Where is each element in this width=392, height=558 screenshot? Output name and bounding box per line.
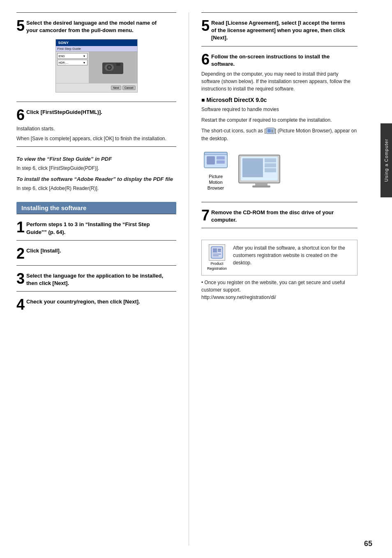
page: Using a Computer 5 Select the desired la… [0, 0, 392, 558]
pmb-inline-icon [266, 127, 275, 135]
screenshot-illustration: SONY First Step Guide ENG▼ HDR-...▼ [55, 39, 138, 93]
camera-icon-svg [101, 59, 124, 76]
left-step3-title: Select the language for the application … [26, 272, 167, 287]
screenshot-inner: ENG▼ HDR-...▼ [56, 52, 137, 83]
right-step7-number: 7 [201, 208, 210, 223]
left-step6-body1: Installation starts. [16, 125, 176, 132]
screenshot-left-panel: ENG▼ HDR-...▼ [56, 52, 89, 83]
product-reg-text: After you install the software, a shortc… [233, 244, 353, 266]
screenshot-dropdown1: ENG▼ [57, 53, 88, 59]
side-tab-label: Using a Computer [384, 139, 389, 182]
directx-body1: Software required to handle movies [201, 106, 357, 113]
svg-rect-8 [271, 131, 273, 132]
left-step5-title: Select the desired language and the mode… [26, 19, 167, 34]
left-step1-title: Perform steps 1 to 3 in “Installing the … [26, 221, 167, 236]
product-reg-section: Product Registration After you install t… [201, 228, 357, 305]
left-sub2-body: In step 6, click [Adobe(R) Reader(R)]. [16, 185, 176, 192]
left-step2-header: 2 Click [Install]. [16, 246, 176, 261]
right-step6-body: Depending on the computer, you may need … [201, 70, 357, 93]
bullet1: • Once you register on the website, you … [201, 279, 357, 294]
install-banner: Installing the software [16, 202, 176, 214]
product-reg-icon-svg [210, 246, 224, 259]
right-step7-title: Remove the CD-ROM from the disc drive of… [211, 209, 348, 224]
left-step6-section: 6 Click [FirstStepGuide(HTML)]. Installa… [16, 102, 176, 146]
svg-rect-6 [267, 129, 271, 132]
left-step1-header: 1 Perform steps 1 to 3 in “Installing th… [16, 220, 176, 236]
pmb-illustration: Picture Motion Browser [201, 149, 357, 191]
svg-rect-17 [252, 185, 270, 188]
left-step3-header: 3 Select the language for the applicatio… [16, 271, 176, 287]
left-column: 5 Select the desired language and the mo… [16, 12, 189, 546]
svg-point-3 [108, 66, 111, 69]
left-step5-number: 5 [16, 19, 25, 33]
side-tab: Using a Computer [380, 123, 392, 197]
svg-rect-20 [265, 163, 276, 167]
screenshot-image-area [89, 52, 137, 83]
screenshot-btn-next: Next [111, 86, 121, 90]
right-step5-number: 5 [201, 19, 210, 33]
pmb-icon-area: Picture Motion Browser [201, 149, 230, 191]
screenshot-title: First Step Guide [56, 46, 137, 52]
right-step7-header: 7 Remove the CD-ROM from the disc drive … [201, 208, 357, 224]
svg-rect-27 [213, 255, 219, 256]
right-step6-header: 6 Follow the on-screen instructions to i… [201, 52, 357, 68]
screenshot-bottom: Next Cancel [56, 83, 137, 92]
svg-rect-12 [217, 156, 225, 160]
svg-rect-26 [213, 254, 221, 255]
left-step5-section: 5 Select the desired language and the mo… [16, 12, 176, 102]
left-sub1-section: To view the “First Step Guide” in PDF In… [16, 146, 176, 196]
left-step1-number: 1 [16, 220, 25, 235]
directx-body3: The short-cut icons, such as [] (Picture… [201, 127, 357, 142]
pmb-row: Picture Motion Browser [201, 149, 286, 191]
right-step5-header: 5 Read [License Agreement], select [I ac… [201, 19, 357, 42]
svg-rect-18 [242, 158, 263, 177]
right-step6-number: 6 [201, 52, 210, 67]
main-content: 5 Select the desired language and the mo… [0, 0, 392, 558]
svg-rect-22 [211, 247, 223, 258]
svg-rect-25 [218, 250, 221, 252]
directx-title: ■ Microsoft DirectX 9.0c [201, 97, 357, 103]
left-step5-header: 5 Select the desired language and the mo… [16, 19, 176, 34]
right-step6-section: 6 Follow the on-screen instructions to i… [201, 46, 357, 202]
left-step4-header: 4 Check your country/region, then click … [16, 297, 176, 312]
right-step5-section: 5 Read [License Agreement], select [I ac… [201, 12, 357, 46]
left-step6-number: 6 [16, 108, 25, 123]
svg-rect-16 [255, 183, 267, 185]
bullet2: http://www.sony.net/registration/di/ [201, 294, 357, 301]
svg-rect-23 [213, 248, 217, 252]
right-step5-title: Read [License Agreement], select [I acce… [211, 19, 348, 42]
pmb-desktop-icon-svg [203, 149, 228, 172]
left-step6-body2: When [Save is complete] appears, click [… [16, 135, 176, 142]
screenshot-btn-cancel: Cancel [122, 86, 136, 90]
left-sub1-body: In step 6, click [FirstStepGuide(PDF)]. [16, 164, 176, 172]
left-sub2-title: To install the software “Adobe Reader” t… [16, 176, 176, 182]
left-step4-section: 4 Check your country/region, then click … [16, 291, 176, 316]
svg-rect-24 [218, 249, 221, 250]
left-step4-number: 4 [16, 297, 25, 312]
right-step7-section: 7 Remove the CD-ROM from the disc drive … [201, 202, 357, 228]
svg-rect-19 [265, 158, 276, 162]
left-step1-section: 1 Perform steps 1 to 3 in “Installing th… [16, 214, 176, 240]
directx-section: ■ Microsoft DirectX 9.0c Software requir… [201, 97, 357, 142]
monitor-svg [237, 154, 286, 191]
product-reg-icon-img [209, 244, 225, 261]
left-step3-section: 3 Select the language for the applicatio… [16, 265, 176, 291]
svg-rect-13 [217, 160, 225, 164]
product-reg-label: Product Registration [206, 262, 228, 271]
svg-rect-11 [207, 156, 215, 164]
left-step2-number: 2 [16, 246, 25, 261]
left-sub1-title: To view the “First Step Guide” in PDF [16, 156, 176, 162]
screenshot-sony-logo: SONY [56, 39, 137, 46]
left-step2-section: 2 Click [Install]. [16, 240, 176, 265]
svg-rect-21 [265, 168, 276, 172]
svg-rect-4 [116, 63, 120, 66]
product-reg-box: Product Registration After you install t… [201, 240, 357, 276]
page-number: 65 [364, 539, 372, 548]
product-reg-icon-area: Product Registration [206, 244, 228, 271]
right-column: 5 Read [License Agreement], select [I ac… [189, 12, 370, 546]
left-step6-title: Click [FirstStepGuide(HTML)]. [26, 109, 167, 116]
right-step6-title: Follow the on-screen instructions to ins… [211, 53, 348, 68]
left-step4-title: Check your country/region, then click [N… [26, 298, 167, 306]
left-step6-header: 6 Click [FirstStepGuide(HTML)]. [16, 108, 176, 123]
left-step3-number: 3 [16, 271, 25, 286]
